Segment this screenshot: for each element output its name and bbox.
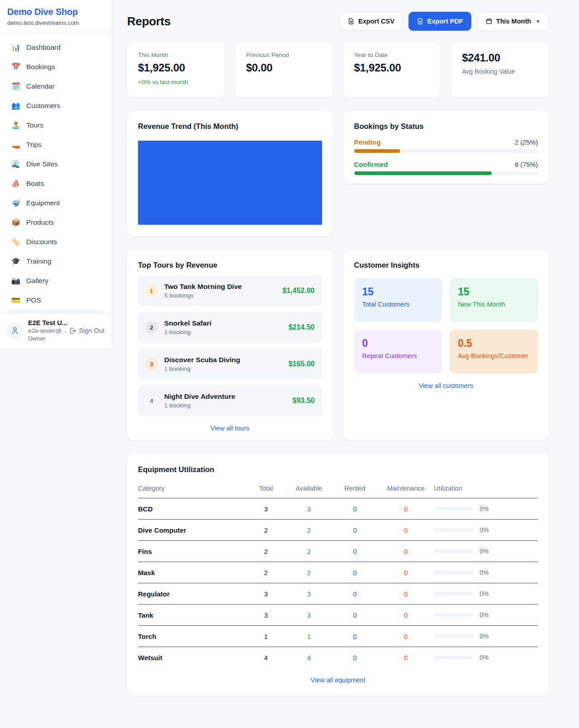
insight-value: 0.5 [458, 337, 530, 350]
sidebar-item-label: Boats [26, 180, 44, 188]
equipment-table-row: Torch11000% [138, 626, 538, 647]
status-count: 6 (75%) [515, 161, 538, 168]
view-all-tours-link[interactable]: View all tours [138, 425, 322, 432]
tour-revenue: $1,452.00 [282, 287, 314, 295]
equipment-utilization-cell: 0% [434, 541, 538, 562]
utilization-percent: 0% [479, 569, 489, 576]
calendar-icon: 🗓️ [11, 82, 20, 90]
equipment-table: Category Total Available Rented Maintena… [138, 481, 538, 668]
sidebar-header: Demo Dive Shop demo.test.divestreams.com [0, 0, 112, 33]
utilization-bar-track [434, 592, 474, 596]
utilization-percent: 0% [479, 611, 489, 619]
export-pdf-label: Export PDF [427, 18, 463, 25]
stat-card-this-month: This Month $1,925.00 +0% vs last month [127, 42, 225, 98]
sidebar-item-label: POS [26, 296, 41, 304]
table-header-row: Category Total Available Rented Maintena… [138, 481, 538, 498]
status-bar-track [354, 171, 538, 175]
period-select-button[interactable]: This Month ▼ [477, 12, 549, 31]
shop-domain: demo.test.divestreams.com [7, 19, 104, 26]
equipment-rented: 0 [332, 562, 378, 583]
column-header-utilization: Utilization [434, 481, 538, 498]
revenue-trend-chart [138, 141, 322, 225]
gallery-icon: 📷 [11, 276, 20, 285]
stats-row: This Month $1,925.00 +0% vs last month P… [127, 42, 549, 98]
insights-row: Top Tours by Revenue 1 Two Tank Morning … [127, 250, 549, 440]
insight-value: 15 [458, 286, 530, 298]
column-header-category: Category [138, 481, 246, 498]
customer-insights-title: Customer Insights [354, 261, 538, 269]
equipment-available: 4 [286, 647, 332, 668]
tour-row: 2 Snorkel Safari 1 booking $214.50 [138, 312, 322, 343]
equipment-maintenance: 0 [378, 562, 434, 583]
view-all-customers-link[interactable]: View all customers [354, 382, 538, 389]
training-icon: 🎓 [11, 257, 20, 265]
tour-name: Two Tank Morning Dive [164, 283, 276, 291]
utilization-bar-track [434, 507, 474, 511]
export-pdf-button[interactable]: Export PDF [408, 12, 471, 31]
file-download-icon [347, 18, 355, 25]
boats-icon: ⛵ [11, 179, 20, 188]
tour-bookings: 1 booking [164, 402, 286, 409]
utilization-bar-track [434, 656, 474, 659]
sidebar-item-trips[interactable]: 🚤 Trips [4, 135, 108, 154]
sidebar-item-tours[interactable]: 🏝️ Tours [4, 115, 108, 135]
equipment-table-row: Fins22000% [138, 541, 538, 562]
equipment-table-row: BCD33000% [138, 498, 538, 520]
equipment-maintenance: 0 [378, 647, 434, 668]
equipment-utilization-card: Equipment Utilization Category Total Ava… [127, 454, 549, 695]
sidebar-item-equipment[interactable]: 🤿 Equipment [4, 193, 108, 213]
equipment-table-body: BCD33000%Dive Computer22000%Fins22000%Ma… [138, 498, 538, 668]
sidebar-item-dive-sites[interactable]: 🌊 Dive Sites [4, 154, 108, 174]
sidebar-item-bookings[interactable]: 📅 Bookings [4, 57, 108, 76]
equipment-rented: 0 [332, 626, 378, 647]
stat-label: Year to Date [354, 52, 430, 58]
equipment-total: 3 [246, 498, 286, 520]
insight-value: 0 [362, 337, 434, 350]
utilization-percent: 0% [479, 505, 489, 512]
stat-value: $1,925.00 [138, 61, 214, 74]
file-download-icon [417, 18, 424, 25]
tour-row: 1 Two Tank Morning Dive 5 bookings $1,45… [138, 275, 322, 306]
sidebar-item-pos[interactable]: 💳 POS [4, 290, 108, 310]
utilization-bar-track [434, 528, 474, 532]
status-label: Pending [354, 138, 381, 146]
tour-revenue: $214.50 [289, 323, 315, 331]
stat-card-previous-period: Previous Period $0.00 [235, 42, 333, 98]
view-all-equipment-link[interactable]: View all equipment [138, 676, 538, 684]
sidebar-item-dashboard[interactable]: 📊 Dashboard [4, 38, 108, 57]
equipment-maintenance: 0 [378, 498, 434, 520]
sign-out-button[interactable]: Sign Out [69, 327, 104, 335]
sidebar-item-gallery[interactable]: 📷 Gallery [4, 271, 108, 290]
equipment-total: 3 [246, 583, 286, 605]
sidebar-item-discounts[interactable]: 🏷️ Discounts [4, 232, 108, 251]
bookings-icon: 📅 [11, 62, 20, 71]
sidebar-item-customers[interactable]: 👥 Customers [4, 96, 108, 115]
tour-bookings: 5 bookings [164, 292, 276, 299]
dashboard-icon: 📊 [11, 43, 20, 52]
insight-tile-total-customers: 15 Total Customers [354, 278, 442, 322]
tour-bookings: 1 booking [164, 365, 282, 372]
revenue-trend-title: Revenue Trend (This Month) [138, 122, 322, 131]
sidebar-item-label: Products [26, 218, 54, 227]
export-csv-button[interactable]: Export CSV [339, 12, 403, 31]
sidebar-item-reports-partial[interactable] [7, 310, 104, 313]
equipment-utilization-title: Equipment Utilization [138, 465, 538, 474]
equipment-utilization-cell: 0% [434, 498, 538, 520]
calendar-icon [485, 18, 493, 25]
insight-label: Avg Bookings/Customer [458, 352, 530, 359]
utilization-percent: 0% [479, 633, 489, 640]
utilization-percent: 0% [479, 526, 489, 534]
insight-value: 15 [362, 286, 434, 298]
insight-tile-repeat-customers: 0 Repeat Customers [354, 330, 442, 373]
stat-label: This Month [138, 52, 214, 58]
sign-out-icon [69, 327, 76, 335]
bookings-by-status-card: Bookings by Status Pending 2 (25%) Confi… [343, 111, 549, 184]
status-bar-fill [354, 171, 492, 175]
sidebar-item-calendar[interactable]: 🗓️ Calendar [4, 76, 108, 96]
sidebar-item-boats[interactable]: ⛵ Boats [4, 174, 108, 193]
equipment-available: 3 [286, 583, 332, 605]
sidebar-item-products[interactable]: 📦 Products [4, 213, 108, 232]
tour-revenue: $165.00 [289, 360, 315, 368]
sidebar-item-training[interactable]: 🎓 Training [4, 251, 108, 271]
utilization-percent: 0% [479, 590, 489, 597]
